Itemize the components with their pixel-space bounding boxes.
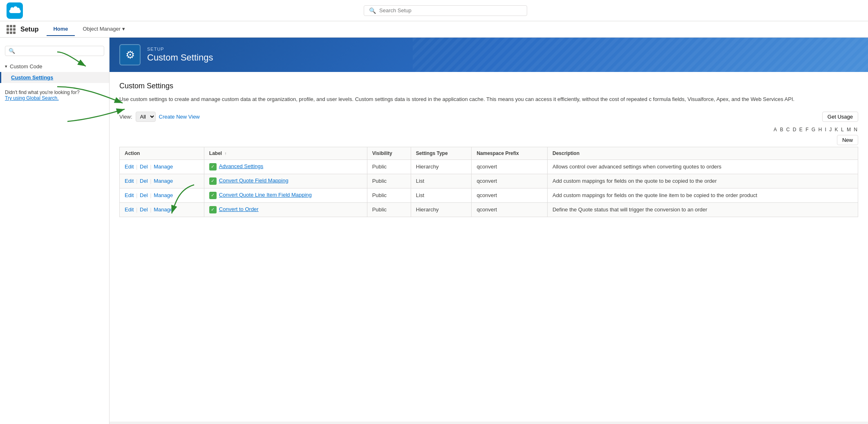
alpha-m[interactable]: M <box>847 127 851 132</box>
alphabet-nav: A B C D E F G H I J K L M N <box>119 127 858 132</box>
label-link[interactable]: Convert to Order <box>219 206 259 212</box>
check-icon: ✓ <box>209 206 217 213</box>
page-header-text: SETUP Custom Settings <box>147 47 213 63</box>
alpha-b[interactable]: B <box>780 127 783 132</box>
action-separator: | <box>134 178 139 184</box>
cell-description: Add custom mappings for fields on the qu… <box>547 174 858 188</box>
app-title: Setup <box>20 26 38 33</box>
cell-settings-type: Hierarchy <box>411 202 472 217</box>
cell-label: ✓Convert Quote Field Mapping <box>204 174 367 188</box>
action-link-manage[interactable]: Manage <box>154 164 173 170</box>
alpha-i[interactable]: I <box>825 127 826 132</box>
cell-action: Edit | Del | Manage <box>120 159 204 174</box>
get-usage-button[interactable]: Get Usage <box>822 112 858 122</box>
sidebar-search[interactable]: 🔍 custom settings <box>5 46 104 56</box>
view-selector: View: All Create New View <box>119 112 200 122</box>
sidebar-section-custom-code[interactable]: ▾ Custom Code <box>0 61 109 72</box>
col-header-description: Description <box>547 147 858 159</box>
content-description: Use custom settings to create and manage… <box>119 95 814 103</box>
label-link[interactable]: Advanced Settings <box>219 163 263 169</box>
cell-description: Add custom mappings for fields on the qu… <box>547 188 858 202</box>
alpha-j[interactable]: J <box>829 127 832 132</box>
action-link-del[interactable]: Del <box>140 192 148 198</box>
check-icon: ✓ <box>209 163 217 170</box>
action-link-edit[interactable]: Edit <box>125 178 134 184</box>
cell-namespace: qconvert <box>472 159 548 174</box>
alpha-d[interactable]: D <box>793 127 796 132</box>
col-header-visibility: Visibility <box>367 147 411 159</box>
cell-label: ✓Convert to Order <box>204 202 367 217</box>
app-launcher-icon[interactable] <box>7 25 16 34</box>
sidebar-search-input[interactable]: custom settings <box>18 48 101 54</box>
cell-settings-type: Hierarchy <box>411 159 472 174</box>
cell-namespace: qconvert <box>472 202 548 217</box>
alpha-e[interactable]: E <box>799 127 803 132</box>
cell-label: ✓Convert Quote Line Item Field Mapping <box>204 188 367 202</box>
col-header-settings-type: Settings Type <box>411 147 472 159</box>
action-separator: | <box>134 164 139 170</box>
cell-namespace: qconvert <box>472 174 548 188</box>
tab-home[interactable]: Home <box>47 22 74 36</box>
cell-visibility: Public <box>367 174 411 188</box>
action-link-del[interactable]: Del <box>140 178 148 184</box>
content-area: ⚙ SETUP Custom Settings Custom Settings … <box>110 38 868 424</box>
page-header-icon: ⚙ <box>119 44 141 65</box>
action-separator: | <box>149 192 153 198</box>
col-header-label[interactable]: Label ↑ <box>204 147 367 159</box>
action-link-edit[interactable]: Edit <box>125 206 134 213</box>
global-search-input[interactable] <box>379 7 522 13</box>
setup-breadcrumb: SETUP <box>147 47 213 52</box>
cell-namespace: qconvert <box>472 188 548 202</box>
cell-settings-type: List <box>411 174 472 188</box>
action-link-edit[interactable]: Edit <box>125 164 134 170</box>
cell-visibility: Public <box>367 159 411 174</box>
cell-action: Edit | Del | Manage <box>120 174 204 188</box>
global-search-bar[interactable]: 🔍 <box>364 5 527 16</box>
alpha-c[interactable]: C <box>786 127 790 132</box>
sidebar-item-custom-settings[interactable]: Custom Settings <box>0 72 109 83</box>
create-new-view-link[interactable]: Create New View <box>159 114 200 120</box>
alpha-k[interactable]: K <box>835 127 838 132</box>
alpha-n[interactable]: N <box>854 127 857 132</box>
action-link-del[interactable]: Del <box>140 206 148 213</box>
check-icon: ✓ <box>209 177 217 185</box>
alpha-f[interactable]: F <box>805 127 808 132</box>
label-link[interactable]: Convert Quote Line Item Field Mapping <box>219 192 312 198</box>
second-nav: Setup Home Object Manager ▾ <box>0 21 868 38</box>
cell-action: Edit | Del | Manage <box>120 202 204 217</box>
view-dropdown[interactable]: All <box>136 112 156 122</box>
col-header-namespace-prefix: Namespace Prefix <box>472 147 548 159</box>
table-row: Edit | Del | Manage✓Convert Quote Field … <box>120 174 858 188</box>
label-link[interactable]: Convert Quote Field Mapping <box>219 177 289 184</box>
alpha-g[interactable]: G <box>812 127 815 132</box>
action-link-manage[interactable]: Manage <box>154 192 173 198</box>
table-row: Edit | Del | Manage✓Convert Quote Line I… <box>120 188 858 202</box>
search-icon: 🔍 <box>369 7 376 14</box>
new-button[interactable]: New <box>837 135 858 145</box>
new-btn-row: New <box>119 135 858 145</box>
page-header: ⚙ SETUP Custom Settings <box>110 38 868 72</box>
tab-object-manager[interactable]: Object Manager ▾ <box>76 22 132 36</box>
main-layout: 🔍 custom settings ▾ Custom Code Custom S… <box>0 38 868 424</box>
sidebar-help: Didn't find what you're looking for? Try… <box>0 83 109 108</box>
cell-description: Allows control over advanced settings wh… <box>547 159 858 174</box>
action-link-del[interactable]: Del <box>140 164 148 170</box>
cell-label: ✓Advanced Settings <box>204 159 367 174</box>
action-link-manage[interactable]: Manage <box>154 206 173 213</box>
alpha-h[interactable]: H <box>819 127 822 132</box>
action-separator: | <box>134 192 139 198</box>
global-search-link[interactable]: Try using Global Search. <box>5 95 59 101</box>
check-icon: ✓ <box>209 192 217 199</box>
sidebar: 🔍 custom settings ▾ Custom Code Custom S… <box>0 38 110 424</box>
chevron-down-icon: ▾ <box>5 64 7 69</box>
action-link-edit[interactable]: Edit <box>125 192 134 198</box>
top-nav: 🔍 <box>0 0 868 21</box>
page-title: Custom Settings <box>147 52 213 63</box>
action-separator: | <box>149 206 153 213</box>
gear-icon: ⚙ <box>125 49 135 61</box>
alpha-a[interactable]: A <box>774 127 777 132</box>
view-label: View: <box>119 114 132 120</box>
action-link-manage[interactable]: Manage <box>154 178 173 184</box>
action-separator: | <box>134 206 139 213</box>
alpha-l[interactable]: L <box>841 127 844 132</box>
